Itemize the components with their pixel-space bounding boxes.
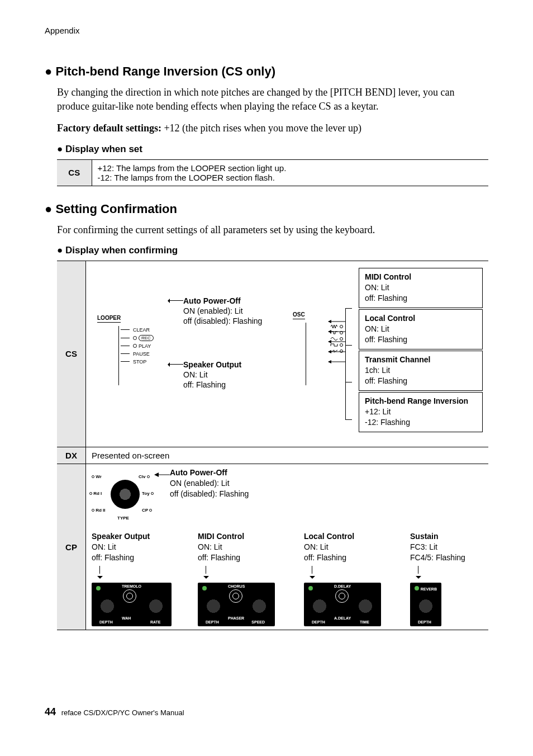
label-adelay: A.DELAY (334, 616, 351, 620)
led-icon (415, 586, 419, 590)
down-line (418, 566, 418, 574)
box-midi-l2: off: Flashing (365, 293, 477, 304)
dial-delay: DEPTH D.DELAY A.DELAY TIME (304, 583, 381, 626)
pitchbend-row-label: CS (57, 159, 92, 186)
box-tx: Transmit Channel 1ch: Lit off: Flashing (359, 351, 483, 391)
dx-row-content: Presented on-screen (86, 447, 489, 464)
cp-apo-l1: ON (enabled): Lit (170, 478, 249, 489)
looper-pause: PAUSE (121, 351, 164, 357)
looper-play-label: PLAY (139, 343, 151, 349)
pitchbend-factory: Factory default settings: +12 (the pitch… (57, 121, 488, 135)
type-cp: CP (142, 508, 148, 513)
box-local-head: Local Control (365, 313, 477, 324)
cp-spk-l1: ON: Lit (92, 542, 150, 552)
mid-labels2: CHORUS PHASER (228, 580, 245, 621)
cs-spk-label: Speaker Output ON: Lit off: Flashing (183, 360, 241, 390)
mid-labels3: D.DELAY A.DELAY (334, 580, 351, 621)
dx-row-label: DX (57, 447, 86, 464)
bullet-icon: ● (57, 245, 63, 256)
dx-text: Presented on-screen (92, 451, 169, 460)
cs-spk-l2: off: Flashing (183, 380, 241, 390)
led-icon (151, 492, 154, 495)
cp-col-midi: MIDI Control ON: Lit off: Flashing DEPTH… (198, 531, 297, 627)
osc-vline (306, 323, 306, 385)
label-ddelay: D.DELAY (334, 584, 351, 588)
page-number: 44 (45, 706, 56, 717)
pb-line1: +12: The lamps from the LOOPER section l… (98, 163, 483, 173)
knob-rate-label: RATE (150, 620, 161, 624)
arrow-left-icon (154, 472, 170, 478)
led-icon (133, 336, 137, 340)
knob-time-label: TIME (360, 620, 369, 624)
toggle-icon (123, 589, 136, 603)
led-icon (147, 475, 150, 478)
section-pitchbend-title: ● Pitch-bend Range Inversion (CS only) (45, 64, 488, 79)
knob-speed-label: SPEED (251, 620, 265, 624)
confirm-table: CS LOOPER CLEAR REC PLAY PAUSE STOP (57, 261, 488, 631)
box-pbi-l2: -12: Flashing (365, 417, 477, 428)
bracket (345, 308, 356, 420)
cp-sus-head: Sustain (410, 531, 465, 542)
cp-spk-head: Speaker Output (92, 531, 150, 542)
pitchbend-row-content: +12: The lamps from the LOOPER section l… (92, 159, 488, 186)
type-ring (111, 480, 140, 509)
box-local-l1: ON: Lit (365, 324, 477, 334)
cp-local-l2: off: Flashing (304, 552, 354, 563)
spacer (45, 186, 488, 202)
box-pbi: Pitch-bend Range Inversion +12: Lit -12:… (359, 392, 483, 433)
type-clv: Clv (139, 474, 145, 479)
looper-play: PLAY (121, 343, 164, 349)
mid-labels: TREMOLO WAH (122, 580, 141, 621)
box-local-l2: off: Flashing (365, 334, 477, 345)
box-local: Local Control ON: Lit off: Flashing (359, 309, 483, 350)
setting-desc: For confirming the current settings of a… (57, 223, 488, 237)
looper-stop-label: STOP (133, 359, 146, 365)
looper-title: LOOPER (97, 315, 121, 323)
cp-col-sustain: Sustain FC3: Lit FC4/5: Flashing DEPTH R… (410, 531, 483, 627)
knob-depth-label: DEPTH (99, 620, 113, 624)
cp-local-head: Local Control (304, 531, 354, 542)
led-icon (92, 475, 94, 478)
toggle-icon (229, 589, 242, 603)
pitchbend-title-text: Pitch-bend Range Inversion (CS only) (55, 64, 275, 78)
cp-row-content: Wr Clv Rd I Toy Rd II CP TYPE Auto Power… (86, 464, 489, 630)
cp-col-spk: Speaker Output ON: Lit off: Flashing DEP… (92, 531, 191, 627)
knob-depth: DEPTH (96, 590, 118, 624)
cp-sus-l1: FC3: Lit (410, 542, 465, 552)
bullet-icon: ● (45, 64, 52, 78)
footer-text: reface CS/DX/CP/YC Owner's Manual (61, 708, 184, 717)
cs-spk-head: Speaker Output (183, 360, 241, 370)
bullet-icon: ● (57, 144, 63, 154)
cs-apo-label: Auto Power-Off ON (enabled): Lit off (di… (183, 296, 262, 327)
chevron-down-icon (416, 576, 421, 582)
cs-row-label: CS (57, 261, 86, 447)
pitchbend-desc: By changing the direction in which note … (57, 86, 488, 114)
cp-columns: Speaker Output ON: Lit off: Flashing DEP… (92, 531, 483, 627)
looper-stop: STOP (121, 359, 164, 365)
label-wah: WAH (122, 616, 131, 620)
led-icon (96, 586, 101, 590)
type-label: TYPE (117, 516, 129, 521)
cs-diagram: LOOPER CLEAR REC PLAY PAUSE STOP Auto Po… (92, 264, 483, 443)
down-line (206, 566, 206, 574)
type-dial: Wr Clv Rd I Toy Rd II CP TYPE (92, 467, 159, 521)
box-tx-l1: 1ch: Lit (365, 365, 477, 376)
setting-display-heading-text: Display when confirming (65, 245, 178, 256)
cp-apo-l2: off (disabled): Flashing (170, 489, 249, 499)
down-line (99, 566, 100, 574)
knob-time: TIME (354, 590, 377, 624)
cp-col-local: Local Control ON: Lit off: Flashing DEPT… (304, 531, 403, 627)
label-chorus: CHORUS (228, 584, 245, 588)
setting-display-heading: ● Display when confirming (57, 245, 488, 256)
page-footer: 44 reface CS/DX/CP/YC Owner's Manual (45, 706, 184, 718)
knob-depth3: DEPTH (308, 590, 331, 624)
box-midi-l1: ON: Lit (365, 282, 477, 293)
looper-clear-label: CLEAR (133, 327, 150, 333)
box-pbi-l1: +12: Lit (365, 407, 477, 417)
led-icon (308, 586, 313, 590)
dial-tremhe: DEPTH TREMOLO WAH RATE (92, 583, 172, 626)
cp-midi-head: MIDI Control (198, 531, 244, 542)
looper-vline (118, 326, 119, 385)
pb-line2: -12: The lamps from the LOOPER section f… (98, 173, 483, 182)
cp-row-label: CP (57, 464, 86, 630)
